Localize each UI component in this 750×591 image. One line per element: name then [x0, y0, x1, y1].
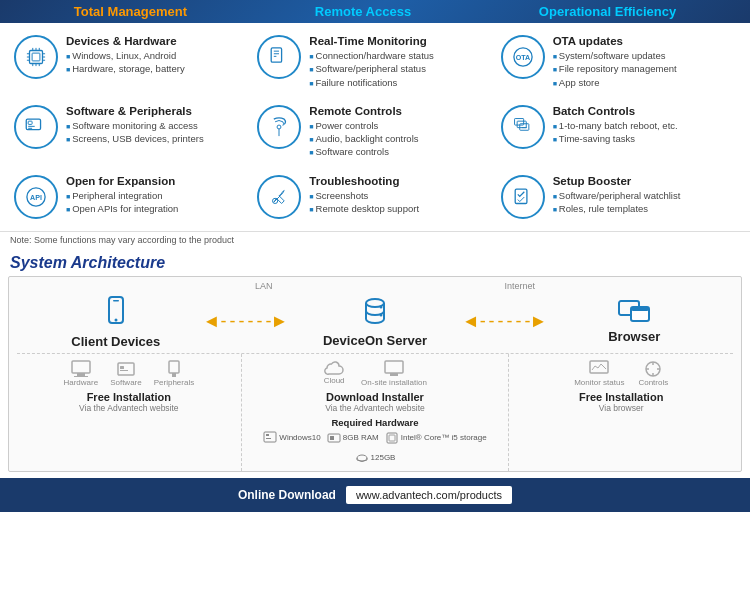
header-bar: Total Management Remote Access Operation…: [0, 0, 750, 23]
feature-icon-ota: OTA: [501, 35, 545, 79]
feature-bullets-batch: 1-to-many batch reboot, etc.Time-saving …: [553, 119, 678, 146]
feature-title-remote: Remote Controls: [309, 105, 418, 117]
hw-item-1: 8GB RAM: [327, 431, 379, 445]
feature-icon-devices: [14, 35, 58, 79]
client-sub-hardware: Hardware: [63, 360, 98, 387]
svg-text:OTA: OTA: [515, 54, 530, 62]
svg-rect-52: [390, 373, 398, 376]
client-install-title: Free Installation: [21, 391, 237, 403]
svg-rect-57: [330, 436, 334, 440]
svg-rect-54: [266, 434, 269, 436]
client-title: Client Devices: [71, 334, 160, 349]
svg-rect-51: [385, 361, 403, 373]
feature-item-batch: Batch Controls 1-to-many batch reboot, e…: [497, 99, 740, 165]
browser-sub-monitor: Monitor status: [574, 360, 624, 387]
svg-text:API: API: [30, 194, 42, 202]
svg-rect-50: [172, 373, 176, 377]
feature-bullets-api: Peripheral integrationOpen APIs for inte…: [66, 189, 178, 216]
feature-bullets-remote: Power controlsAudio, backlight controlsS…: [309, 119, 418, 159]
feature-icon-realtime: [257, 35, 301, 79]
server-sub-cloud: Cloud: [323, 360, 345, 387]
svg-rect-53: [264, 432, 276, 442]
internet-arrows: ◄ - - - - - - ►: [462, 311, 548, 332]
svg-rect-46: [118, 363, 134, 375]
svg-point-60: [357, 455, 367, 461]
svg-rect-36: [113, 300, 119, 302]
feature-item-realtime: Real-Time Monitoring Connection/hardware…: [253, 29, 496, 95]
feature-title-batch: Batch Controls: [553, 105, 678, 117]
svg-point-38: [380, 306, 383, 309]
feature-title-software: Software & Peripherals: [66, 105, 204, 117]
svg-rect-47: [120, 366, 124, 369]
hw-item-0: Windows10: [263, 431, 320, 445]
svg-rect-33: [515, 189, 527, 203]
client-sub: Hardware Software Peripherals Free Insta…: [17, 354, 242, 471]
svg-rect-43: [72, 361, 90, 373]
server-node: DeviceOn Server: [288, 295, 462, 348]
hw-item-2: Intel® Core™ i5 storage: [385, 431, 487, 445]
feature-icon-api: API: [14, 175, 58, 219]
feature-bullets-ota: System/software updatesFile repository m…: [553, 49, 677, 89]
lan-arrow-double: ◄ - - - - - - ►: [203, 311, 289, 332]
arch-sub-row: Hardware Software Peripherals Free Insta…: [17, 353, 733, 471]
arch-wrapper: LAN Internet Client Devices ◄ - - - - - …: [8, 276, 742, 472]
client-node: Client Devices: [29, 295, 203, 349]
svg-rect-0: [30, 51, 43, 64]
server-title: DeviceOn Server: [323, 333, 427, 348]
svg-rect-1: [32, 53, 40, 61]
feature-text-realtime: Real-Time Monitoring Connection/hardware…: [309, 35, 433, 89]
note-bar: Note: Some functions may vary according …: [0, 231, 750, 248]
feature-title-ota: OTA updates: [553, 35, 677, 47]
browser-install-title: Free Installation: [513, 391, 729, 403]
server-sub: Cloud On-site installation Download Inst…: [242, 354, 510, 471]
client-sub-software: Software: [110, 360, 142, 387]
header-col3: Operational Efficiency: [539, 4, 676, 19]
features-grid: Devices & Hardware Windows, Linux, Andro…: [0, 23, 750, 231]
lan-label: LAN: [255, 281, 273, 291]
arch-header: System Architecture: [0, 248, 750, 276]
client-icon: [101, 295, 131, 332]
arch-top-labels: LAN Internet: [9, 277, 741, 291]
peripherals-label: Peripherals: [154, 378, 194, 387]
header-col2: Remote Access: [315, 4, 411, 19]
software-label: Software: [110, 378, 142, 387]
feature-title-devices: Devices & Hardware: [66, 35, 185, 47]
feature-title-setup: Setup Booster: [553, 175, 681, 187]
lan-arrows: ◄ - - - - - - ►: [203, 311, 289, 332]
feature-icon-software: [14, 105, 58, 149]
feature-icon-troubleshoot: [257, 175, 301, 219]
cloud-label: Cloud: [324, 376, 345, 385]
bottom-bar: Online Download www.advantech.com/produc…: [0, 478, 750, 512]
browser-sub: Monitor status Controls Free Installatio…: [509, 354, 733, 471]
server-sub-onsite: On-site installation: [361, 360, 427, 387]
feature-icon-remote: [257, 105, 301, 149]
browser-install-sub: Via browser: [513, 403, 729, 413]
feature-bullets-devices: Windows, Linux, AndroidHardware, storage…: [66, 49, 185, 76]
feature-text-api: Open for Expansion Peripheral integratio…: [66, 175, 178, 216]
feature-title-troubleshoot: Troubleshooting: [309, 175, 419, 187]
feature-item-ota: OTA OTA updates System/software updatesF…: [497, 29, 740, 95]
svg-point-35: [114, 318, 117, 321]
feature-bullets-troubleshoot: ScreenshotsRemote desktop support: [309, 189, 419, 216]
arch-main-row: Client Devices ◄ - - - - - - ► Device: [9, 291, 741, 353]
browser-title: Browser: [608, 329, 660, 344]
feature-title-api: Open for Expansion: [66, 175, 178, 187]
svg-point-39: [380, 314, 383, 317]
svg-rect-14: [272, 48, 282, 62]
monitor-label: Monitor status: [574, 378, 624, 387]
feature-icon-batch: [501, 105, 545, 149]
feature-item-troubleshoot: Troubleshooting ScreenshotsRemote deskto…: [253, 169, 496, 225]
feature-item-remote: Remote Controls Power controlsAudio, bac…: [253, 99, 496, 165]
svg-rect-42: [631, 307, 649, 311]
browser-icon: [617, 299, 651, 327]
browser-node: Browser: [547, 299, 721, 344]
svg-rect-21: [28, 121, 32, 124]
internet-arrow-double: ◄ - - - - - - ►: [462, 311, 548, 332]
req-hw-items: Windows10 8GB RAM Intel® Core™ i5 storag…: [246, 431, 505, 465]
feature-text-troubleshoot: Troubleshooting ScreenshotsRemote deskto…: [309, 175, 419, 216]
server-icon: [358, 295, 392, 331]
client-install-sub: Via the Advantech website: [21, 403, 237, 413]
feature-text-software: Software & Peripherals Software monitori…: [66, 105, 204, 146]
arch-title: System Architecture: [10, 254, 740, 272]
svg-rect-59: [389, 435, 395, 441]
